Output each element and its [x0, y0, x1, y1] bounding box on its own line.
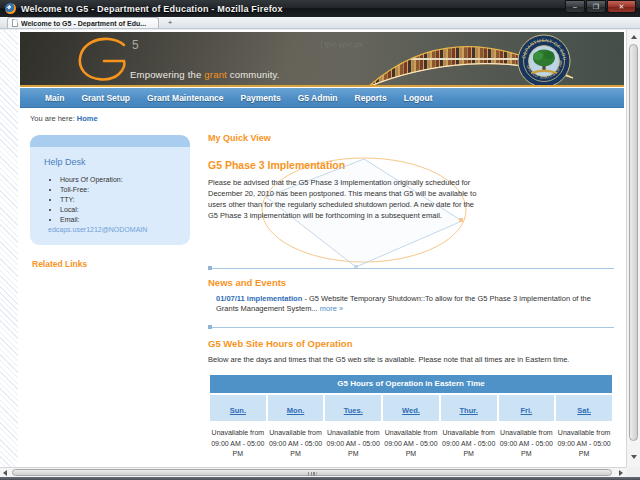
- firefox-window: Welcome to G5 - Department of Education …: [0, 0, 640, 480]
- page-content: ∫ f(x)·y(x) dx 5 Empowering the grant co…: [18, 30, 626, 467]
- news-item-link[interactable]: 01/07/11 implementation: [216, 294, 302, 303]
- minimize-button[interactable]: –: [565, 0, 585, 13]
- scroll-left-icon[interactable]: [3, 470, 7, 476]
- news-title: News and Events: [208, 277, 614, 288]
- hours-cell: Unavailable from 09:00 AM - 05:00 PM: [383, 423, 439, 465]
- scroll-up-icon[interactable]: [631, 35, 637, 39]
- hours-table: G5 Hours of Operation in Eastern Time Su…: [208, 373, 614, 467]
- window-controls: – ❐ ✕: [564, 0, 636, 17]
- sidebar: Help Desk Hours Of Operation: Toll-Free:…: [20, 127, 198, 269]
- day-link-thur[interactable]: Thur.: [459, 406, 477, 415]
- quick-view-title: My Quick View: [208, 133, 614, 143]
- hours-title: G5 Web Site Hours of Operation: [208, 338, 614, 349]
- hours-section: G5 Web Site Hours of Operation Below are…: [208, 338, 614, 468]
- section-divider: [208, 327, 614, 328]
- horizontal-scrollbar[interactable]: [0, 467, 626, 477]
- hours-cell: Unavailable from 09:00 AM - 05:00 PM: [556, 423, 612, 465]
- window-title: Welcome to G5 - Department of Education …: [21, 4, 283, 14]
- banner-tagline: Empowering the grant community.: [130, 69, 280, 80]
- page-viewport: ∫ f(x)·y(x) dx 5 Empowering the grant co…: [0, 30, 626, 467]
- chalkboard-formula: ∫ f(x)·y(x) dx: [320, 40, 363, 49]
- hours-table-caption: G5 Hours of Operation in Eastern Time: [210, 375, 612, 393]
- help-desk-list: Hours Of Operation: Toll-Free: TTY: Loca…: [60, 176, 190, 223]
- tab-label: Welcome to G5 - Department of Edu...: [21, 20, 146, 27]
- hours-table-data-row: Unavailable from 09:00 AM - 05:00 PM Una…: [210, 423, 612, 465]
- day-link-tues[interactable]: Tues.: [344, 406, 363, 415]
- horizontal-scrollbar-thumb[interactable]: [12, 469, 612, 476]
- nav-item-g5-admin[interactable]: G5 Admin: [298, 93, 338, 103]
- phase3-body: Please be advised that the G5 Phase 3 Im…: [208, 178, 482, 222]
- new-tab-button[interactable]: +: [162, 19, 178, 28]
- help-desk-title: Help Desk: [30, 147, 190, 173]
- section-divider: [208, 268, 614, 269]
- hours-cell: Unavailable from 09:00 AM - 05:00 PM: [210, 423, 266, 465]
- scroll-right-icon[interactable]: [619, 470, 623, 476]
- firefox-icon: [5, 3, 16, 14]
- g5-logo-icon: [72, 36, 134, 84]
- help-desk-email-link[interactable]: edcaps.user1212@NODOMAIN: [48, 226, 190, 233]
- hours-table-day-row: Sun. Mon. Tues. Wed. Thur. Fri. Sat.: [210, 395, 612, 421]
- scrollbar-corner: [626, 467, 640, 477]
- news-more-link[interactable]: more »: [320, 304, 343, 313]
- breadcrumb: You are here: Home: [20, 108, 624, 127]
- tab-bar: Welcome to G5 - Department of Edu... +: [0, 17, 640, 29]
- hours-cell: Unavailable from 09:00 AM - 05:00 PM: [325, 423, 381, 465]
- day-link-sat[interactable]: Sat.: [577, 406, 591, 415]
- tagline-prefix: Empowering the: [130, 69, 204, 80]
- related-links-title: Related Links: [32, 259, 198, 269]
- close-button[interactable]: ✕: [607, 0, 636, 13]
- department-of-education-seal-icon: DEPARTMENT OF EDUCATION UNITED STATES OF…: [517, 34, 571, 87]
- maximize-button[interactable]: ❐: [586, 0, 606, 13]
- hours-cell: Unavailable from 09:00 AM - 05:00 PM: [268, 423, 324, 465]
- breadcrumb-home-link[interactable]: Home: [77, 114, 98, 123]
- g5-banner: ∫ f(x)·y(x) dx 5 Empowering the grant co…: [20, 32, 624, 87]
- vertical-scrollbar[interactable]: [626, 30, 640, 467]
- news-item: 01/07/11 implementation - G5 Website Tem…: [216, 294, 614, 315]
- nav-item-grant-maintenance[interactable]: Grant Maintenance: [147, 93, 224, 103]
- day-link-sun[interactable]: Sun.: [230, 406, 246, 415]
- nav-item-reports[interactable]: Reports: [355, 93, 387, 103]
- news-section: News and Events 01/07/11 implementation …: [208, 268, 614, 328]
- scrollbar-grip-icon: [308, 472, 317, 476]
- help-desk-box: Help Desk Hours Of Operation: Toll-Free:…: [30, 135, 190, 245]
- hours-cell: Unavailable from 09:00 AM - 05:00 PM: [499, 423, 555, 465]
- help-desk-item-tollfree: Toll-Free:: [60, 186, 190, 193]
- g5-logo-sup: 5: [132, 38, 139, 52]
- nav-item-logout[interactable]: Logout: [404, 93, 433, 103]
- hours-intro: Below are the days and times that the G5…: [208, 355, 614, 366]
- day-link-fri[interactable]: Fri.: [521, 406, 533, 415]
- help-desk-item-local: Local:: [60, 206, 190, 213]
- help-desk-item-tty: TTY:: [60, 196, 190, 203]
- phase3-section: G5 Phase 3 Implementation Please be advi…: [208, 159, 614, 222]
- help-desk-item-hours: Hours Of Operation:: [60, 176, 190, 183]
- title-bar: Welcome to G5 - Department of Education …: [0, 0, 640, 17]
- vertical-scrollbar-thumb[interactable]: [629, 44, 638, 441]
- breadcrumb-prefix: You are here:: [30, 114, 77, 123]
- tab-welcome-g5[interactable]: Welcome to G5 - Department of Edu...: [7, 17, 159, 28]
- hours-cell: Unavailable from 09:00 AM - 05:00 PM: [441, 423, 497, 465]
- nav-item-payments[interactable]: Payments: [241, 93, 281, 103]
- day-link-wed[interactable]: Wed.: [402, 406, 420, 415]
- scroll-down-icon[interactable]: [631, 455, 637, 459]
- help-desk-item-email: Email:: [60, 216, 190, 223]
- nav-item-grant-setup[interactable]: Grant Setup: [81, 93, 130, 103]
- day-link-mon[interactable]: Mon.: [287, 406, 305, 415]
- main-navigation: Main Grant Setup Grant Maintenance Payme…: [20, 88, 624, 108]
- tagline-highlight: grant: [204, 69, 227, 80]
- tagline-suffix: community.: [227, 69, 280, 80]
- nav-item-main[interactable]: Main: [45, 93, 64, 103]
- main-column: My Quick View G5 Phase 3 Implementation …: [198, 127, 626, 467]
- help-desk-box-header: [30, 135, 190, 147]
- page-favicon-icon: [12, 19, 18, 27]
